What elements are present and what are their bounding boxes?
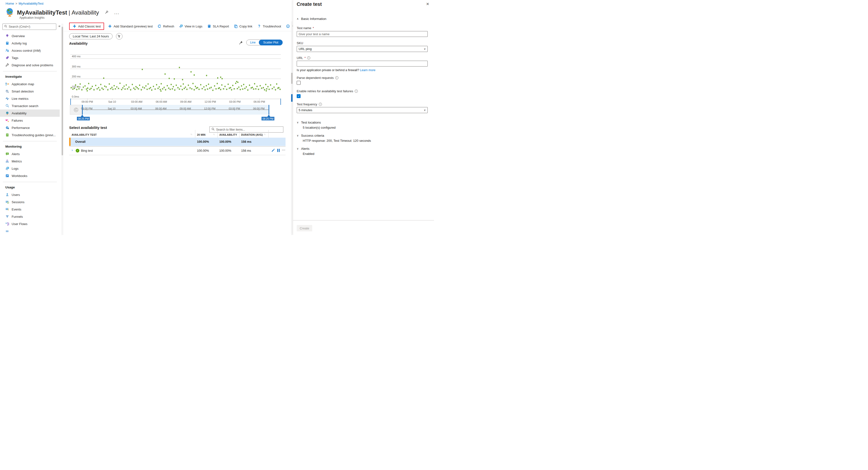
scatter-point <box>263 87 264 88</box>
sidebar-item-users[interactable]: Users <box>0 191 60 198</box>
sidebar-item-transaction-search[interactable]: Transaction search <box>0 102 60 110</box>
chart-pin-icon[interactable] <box>239 41 243 46</box>
column-header-test[interactable]: AVAILABILITY TEST <box>71 133 97 136</box>
add-filter-button[interactable] <box>116 33 123 39</box>
required-asterisk: * <box>313 26 314 30</box>
column-header-20min[interactable]: 20 MIN <box>197 133 206 136</box>
create-button[interactable]: Create <box>297 225 312 231</box>
table-row-overall[interactable]: Overall 100.00% 100.00% 156 ms <box>69 138 285 146</box>
brush-right-handle-marker[interactable] <box>267 115 270 117</box>
table-filter-input[interactable] <box>216 128 281 131</box>
sort-icon[interactable]: ↑↓ <box>190 133 192 136</box>
toolbar-button-copy-link[interactable]: Copy link <box>231 23 255 30</box>
collapse-sidebar-icon[interactable]: « <box>59 24 60 28</box>
sidebar-item-failures[interactable]: Failures <box>0 117 60 124</box>
scatter-point <box>136 87 138 88</box>
sidebar-item-alerts[interactable]: Alerts <box>0 150 60 157</box>
expand-row-chevron-icon[interactable]: › <box>71 148 73 152</box>
toolbar-button-sla-report[interactable]: SLA Report <box>205 23 231 30</box>
sidebar-search[interactable] <box>2 24 56 30</box>
test-name-field[interactable] <box>297 31 428 37</box>
scatter-point <box>123 85 125 87</box>
enable-retries-checkbox[interactable]: ✓ <box>297 94 301 98</box>
toolbar-button-refresh[interactable]: Refresh <box>155 23 177 30</box>
sidebar-item-events[interactable]: Events <box>0 206 60 213</box>
test-locations-section-header[interactable]: ∨ Test locations <box>297 121 321 124</box>
sidebar-item-application-map[interactable]: Application map <box>0 80 60 88</box>
breadcrumb-home-link[interactable]: Home <box>6 2 14 5</box>
column-header-availability[interactable]: AVAILABILITY <box>219 133 237 136</box>
scatter-point <box>179 67 180 68</box>
brush-reset-button[interactable] <box>70 105 82 115</box>
row-20min-value: 100.00% <box>197 149 209 152</box>
brush-left-handle-marker[interactable] <box>81 115 84 117</box>
scatter-point <box>81 89 83 91</box>
toolbar-button-view-in-logs[interactable]: View in Logs <box>177 23 205 30</box>
sidebar-search-input[interactable] <box>9 25 55 28</box>
sidebar-item-metrics[interactable]: Metrics <box>0 157 60 165</box>
test-frequency-label: Test frequency i <box>297 102 322 106</box>
sidebar-item-diagnose-and-solve-problems[interactable]: Diagnose and solve problems <box>0 61 60 69</box>
pause-test-icon[interactable] <box>277 149 280 153</box>
sidebar-item-availability[interactable]: Availability <box>0 110 60 117</box>
brush-left-handle[interactable] <box>82 105 83 115</box>
sidebar-item-funnels[interactable]: Funnels <box>0 213 60 220</box>
scatter-point <box>194 89 195 91</box>
sidebar-item-performance[interactable]: Performance <box>0 124 60 131</box>
sidebar-item-user-flows[interactable]: User Flows <box>0 220 60 228</box>
pin-icon[interactable] <box>105 10 108 15</box>
sidebar-scrollbar[interactable] <box>61 24 63 235</box>
sidebar-item-partial[interactable] <box>0 228 60 235</box>
row-more-actions-icon[interactable]: ⋯ <box>282 148 285 152</box>
scatter-point <box>226 89 227 90</box>
toolbar-button-troubleshoot[interactable]: Troubleshoot <box>255 23 283 30</box>
alerts-section-header[interactable]: ∨ Alerts <box>297 147 310 150</box>
sort-icon[interactable]: ↑↓ <box>213 133 215 136</box>
sidebar-item-logs[interactable]: Logs <box>0 165 60 172</box>
availability-scatter-chart[interactable]: 0.0ms100 ms200 ms300 ms400 ms <box>70 54 281 99</box>
breadcrumb-resource-link[interactable]: MyAvailabilityTest <box>19 2 43 5</box>
chart-title: Availability <box>69 41 88 46</box>
sidebar-item-tags[interactable]: Tags <box>0 54 60 61</box>
sidebar-item-sessions[interactable]: Sessions <box>0 198 60 206</box>
test-frequency-dropdown[interactable]: 5 minutes ∨ <box>297 107 428 113</box>
sidebar-item-troubleshooting-guides-previ[interactable]: Troubleshooting guides (previ... <box>0 131 60 139</box>
close-panel-icon[interactable]: × <box>426 1 429 7</box>
scatter-point <box>189 87 191 89</box>
sort-icon[interactable]: ↑↓ <box>264 133 266 136</box>
info-icon[interactable]: i <box>335 76 338 79</box>
sidebar-item-workbooks[interactable]: Workbooks <box>0 172 60 179</box>
brush-right-handle[interactable] <box>269 105 269 115</box>
basic-information-section-header[interactable]: ∧ Basic Information <box>297 17 326 21</box>
sidebar-item-smart-detection[interactable]: Smart detection <box>0 88 60 95</box>
main-scrollbar[interactable] <box>291 21 292 235</box>
sku-dropdown[interactable]: URL ping ∨ <box>297 46 428 52</box>
learn-more-link[interactable]: Learn more <box>360 68 375 72</box>
toolbar-button-add-classic-test[interactable]: Add Classic test <box>69 23 104 30</box>
toggle-scatter-button[interactable]: Scatter Plot <box>259 39 283 46</box>
sidebar-section-header-investigate: Investigate <box>0 71 60 80</box>
sidebar-item-activity-log[interactable]: Activity log <box>0 39 60 47</box>
more-actions-icon[interactable]: ... <box>114 10 119 15</box>
table-row-bing-test[interactable]: › ✓ Bing test 100.00% 100.00% 156 ms ⋯ <box>69 147 285 155</box>
toggle-line-button[interactable]: Line <box>246 41 259 44</box>
gridline-200ms <box>70 79 281 79</box>
toolbar-button-add-standard-preview-test[interactable]: Add Standard (preview) test <box>105 23 155 30</box>
table-filter-search[interactable] <box>209 126 283 133</box>
time-range-filter-pill[interactable]: Local Time: Last 24 hours <box>69 33 113 39</box>
column-header-duration[interactable]: DURATION (AVG) <box>241 133 263 136</box>
sidebar-item-access-control-iam[interactable]: Access control (IAM) <box>0 47 60 54</box>
url-field[interactable] <box>297 61 428 66</box>
parse-dependent-requests-checkbox[interactable] <box>297 81 301 85</box>
sort-icon[interactable]: ↑↓ <box>235 133 237 136</box>
scatter-point <box>272 88 273 89</box>
scatter-point <box>188 85 189 86</box>
edit-test-icon[interactable] <box>271 149 275 153</box>
success-criteria-section-header[interactable]: ∨ Success criteria <box>297 134 324 138</box>
sidebar-item-live-metrics[interactable]: Live metrics <box>0 95 60 102</box>
info-icon[interactable]: i <box>319 103 322 106</box>
sidebar-item-overview[interactable]: Overview <box>0 32 60 39</box>
scatter-point <box>217 77 218 79</box>
info-icon[interactable]: i <box>307 56 310 59</box>
info-icon[interactable]: i <box>355 90 358 93</box>
